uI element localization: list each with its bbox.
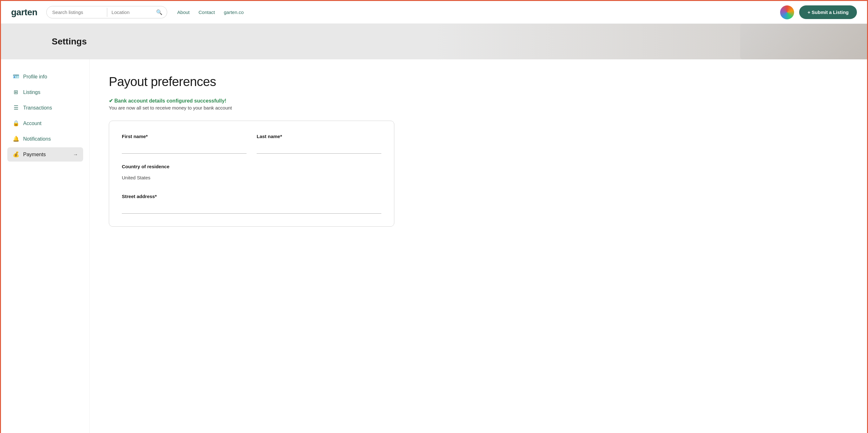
nav-about[interactable]: About [177, 9, 190, 15]
location-input[interactable] [107, 6, 152, 18]
search-button[interactable]: 🔍 [152, 7, 167, 18]
nav-links: About Contact garten.co [177, 9, 775, 15]
payments-icon: 💰 [12, 151, 19, 158]
logo[interactable]: garten [11, 7, 37, 18]
sidebar-item-label: Transactions [23, 105, 52, 111]
last-name-group: Last name* [257, 134, 381, 154]
search-bar: 🔍 [46, 6, 167, 19]
street-address-group: Street address* [122, 194, 381, 214]
success-sub: You are now all set to receive money to … [109, 105, 848, 111]
street-address-label: Street address* [122, 194, 381, 199]
header: garten 🔍 About Contact garten.co + Submi… [1, 1, 867, 24]
street-address-input[interactable] [122, 202, 381, 214]
country-group: Country of residence United States [122, 164, 381, 183]
main-layout: 🪪 Profile info ⊞ Listings ☰ Transactions… [1, 59, 867, 433]
sidebar-active-arrow: → [73, 152, 78, 157]
sidebar-item-label: Profile info [23, 74, 47, 80]
search-input[interactable] [46, 6, 107, 18]
last-name-label: Last name* [257, 134, 381, 139]
page-title: Payout preferences [109, 75, 848, 89]
country-label: Country of residence [122, 164, 381, 169]
main-content: Payout preferences ✔ Bank account detail… [90, 59, 867, 433]
sidebar-item-payments[interactable]: 💰 Payments → [7, 147, 83, 162]
first-name-label: First name* [122, 134, 247, 139]
account-icon: 🔒 [12, 120, 19, 127]
avatar[interactable] [780, 5, 794, 19]
nav-garten-co[interactable]: garten.co [224, 9, 244, 15]
sidebar-item-transactions[interactable]: ☰ Transactions [7, 100, 83, 115]
nav-contact[interactable]: Contact [198, 9, 215, 15]
first-name-group: First name* [122, 134, 247, 154]
header-right: + Submit a Listing [780, 5, 857, 19]
submit-listing-button[interactable]: + Submit a Listing [799, 5, 857, 19]
settings-hero: Settings [1, 24, 867, 59]
sidebar-item-profile-info[interactable]: 🪪 Profile info [7, 69, 83, 84]
success-banner: ✔ Bank account details configured succes… [109, 98, 848, 111]
sidebar: 🪪 Profile info ⊞ Listings ☰ Transactions… [1, 59, 90, 433]
name-row: First name* Last name* [122, 134, 381, 154]
payout-form-card: First name* Last name* Country of reside… [109, 121, 394, 227]
transactions-icon: ☰ [12, 105, 19, 111]
sidebar-item-account[interactable]: 🔒 Account [7, 116, 83, 131]
sidebar-item-notifications[interactable]: 🔔 Notifications [7, 132, 83, 146]
sidebar-item-label: Account [23, 121, 41, 126]
sidebar-item-label: Notifications [23, 136, 51, 142]
country-value: United States [122, 172, 381, 183]
sidebar-item-listings[interactable]: ⊞ Listings [7, 85, 83, 99]
listings-icon: ⊞ [12, 89, 19, 95]
notifications-icon: 🔔 [12, 136, 19, 142]
sidebar-item-label: Listings [23, 89, 40, 95]
settings-title: Settings [52, 36, 855, 47]
sidebar-item-label: Payments [23, 152, 46, 157]
last-name-input[interactable] [257, 142, 381, 154]
first-name-input[interactable] [122, 142, 247, 154]
success-title: ✔ Bank account details configured succes… [109, 98, 848, 104]
profile-info-icon: 🪪 [12, 73, 19, 80]
